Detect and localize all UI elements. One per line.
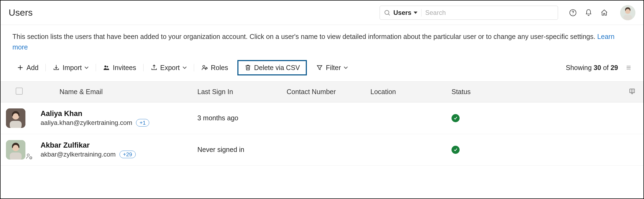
chevron-down-icon <box>182 66 187 69</box>
svg-rect-18 <box>630 89 635 93</box>
svg-point-9 <box>105 65 107 67</box>
add-label: Add <box>26 64 38 72</box>
showing-text: Showing 30 of 29 <box>566 64 618 72</box>
svg-point-3 <box>573 14 573 14</box>
filter-icon <box>316 64 323 71</box>
delete-csv-label: Delete via CSV <box>254 64 300 72</box>
location-cell <box>368 134 449 165</box>
search-icon <box>384 9 391 16</box>
invitees-label: Invitees <box>113 64 136 72</box>
showing-count: 30 <box>594 64 601 71</box>
plus-icon <box>17 64 24 71</box>
caret-down-icon <box>414 11 417 14</box>
row-avatar-cell <box>1 134 38 165</box>
toolbar: Add Import Invitees Export Roles Delete … <box>1 55 643 81</box>
status-active-icon <box>452 114 460 122</box>
col-status[interactable]: Status <box>449 81 625 102</box>
col-checkbox <box>1 81 38 102</box>
section-description: This section lists the users that have b… <box>1 25 643 55</box>
page-title: Users <box>9 7 380 18</box>
density-icon[interactable] <box>626 65 632 71</box>
header-icons <box>569 5 635 20</box>
svg-rect-23 <box>10 121 22 128</box>
status-cell <box>449 102 625 134</box>
row-spacer <box>625 102 643 134</box>
search-input[interactable] <box>425 9 554 16</box>
filter-label: Filter <box>326 64 341 72</box>
extra-count-badge[interactable]: +1 <box>136 119 149 127</box>
showing-prefix: Showing <box>566 64 594 71</box>
add-button[interactable]: Add <box>12 62 43 73</box>
user-avatar[interactable] <box>6 108 25 128</box>
svg-point-10 <box>107 66 108 67</box>
search-box[interactable]: Users <box>380 6 558 20</box>
roles-icon <box>201 64 208 71</box>
column-settings-icon <box>629 88 635 94</box>
table-row[interactable]: Aaliya Khan aaliya.khan@zylkertraining.c… <box>1 102 643 134</box>
col-name[interactable]: Name & Email <box>38 81 195 102</box>
export-label: Export <box>160 64 180 72</box>
svg-point-11 <box>203 65 205 68</box>
user-name: Akbar Zulfikar <box>41 141 192 150</box>
user-email: akbar@zylkertraining.com +29 <box>41 151 192 158</box>
svg-point-0 <box>385 10 389 14</box>
separator <box>143 64 144 71</box>
admin-gear-icon <box>25 152 33 160</box>
col-signin[interactable]: Last Sign In <box>195 81 284 102</box>
user-name: Aaliya Khan <box>41 110 192 118</box>
last-signin-cell: Never signed in <box>195 134 284 165</box>
bell-icon[interactable] <box>585 9 593 17</box>
showing-of: of <box>601 64 610 71</box>
separator <box>96 64 96 71</box>
svg-line-1 <box>389 14 390 15</box>
description-text: This section lists the users that have b… <box>12 33 597 40</box>
svg-rect-6 <box>623 15 632 20</box>
extra-count-badge[interactable]: +29 <box>119 151 136 158</box>
trash-icon <box>244 64 251 71</box>
invitees-icon <box>103 64 110 71</box>
user-avatar[interactable] <box>6 140 25 160</box>
col-config[interactable] <box>625 81 643 102</box>
showing-total: 29 <box>610 64 618 71</box>
search-scope-dropdown[interactable]: Users <box>393 9 421 16</box>
row-avatar-cell <box>1 102 38 134</box>
chevron-down-icon <box>84 66 89 69</box>
contact-cell <box>284 102 368 134</box>
table-row[interactable]: Akbar Zulfikar akbar@zylkertraining.com … <box>1 134 643 165</box>
import-label: Import <box>62 64 82 72</box>
import-icon <box>53 64 60 71</box>
col-contact[interactable]: Contact Number <box>284 81 368 102</box>
export-button[interactable]: Export <box>146 62 191 73</box>
table-header-row: Name & Email Last Sign In Contact Number… <box>1 81 643 102</box>
svg-rect-26 <box>10 152 22 160</box>
profile-avatar[interactable] <box>620 5 635 20</box>
toolbar-right: Showing 30 of 29 <box>566 64 632 72</box>
location-cell <box>368 102 449 134</box>
home-icon[interactable] <box>600 9 608 17</box>
user-info-cell[interactable]: Aaliya Khan aaliya.khan@zylkertraining.c… <box>38 102 195 134</box>
svg-point-12 <box>206 67 207 69</box>
invitees-button[interactable]: Invitees <box>99 62 140 73</box>
separator <box>194 64 194 71</box>
last-signin-cell: 3 months ago <box>195 102 284 134</box>
import-button[interactable]: Import <box>48 62 93 73</box>
separator <box>45 64 46 71</box>
contact-cell <box>284 134 368 165</box>
roles-button[interactable]: Roles <box>197 62 233 73</box>
col-location[interactable]: Location <box>368 81 449 102</box>
row-spacer <box>625 134 643 165</box>
search-scope-label: Users <box>393 9 411 16</box>
roles-label: Roles <box>211 64 228 72</box>
help-icon[interactable] <box>569 9 577 17</box>
svg-point-27 <box>27 154 29 156</box>
users-table: Name & Email Last Sign In Contact Number… <box>1 81 643 166</box>
select-all-checkbox[interactable] <box>16 88 23 95</box>
top-bar: Users Users <box>1 1 643 25</box>
delete-via-csv-button[interactable]: Delete via CSV <box>237 60 307 75</box>
user-email: aaliya.khan@zylkertraining.com +1 <box>41 119 192 127</box>
export-icon <box>151 64 158 71</box>
status-active-icon <box>452 146 460 154</box>
user-info-cell[interactable]: Akbar Zulfikar akbar@zylkertraining.com … <box>38 134 195 165</box>
filter-button[interactable]: Filter <box>312 62 352 73</box>
chevron-down-icon <box>344 66 348 69</box>
